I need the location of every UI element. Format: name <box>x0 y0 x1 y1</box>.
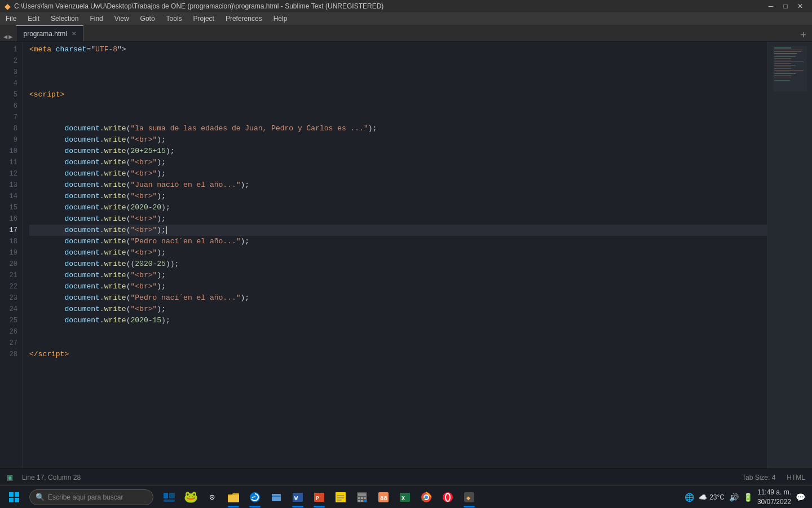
taskbar: 🔍 Escribe aquí para buscar 🐸 ⊙ <box>0 485 812 508</box>
system-clock[interactable]: 11:49 a. m. 30/07/2022 <box>757 488 791 507</box>
cortana-icon[interactable]: ⊙ <box>202 487 222 507</box>
tab-nav-arrows[interactable]: ◀ ▶ <box>0 33 16 41</box>
line-num-28: 28 <box>0 349 17 360</box>
line-num-27: 27 <box>0 338 17 349</box>
line-num-26: 26 <box>0 326 17 338</box>
file-explorer-icon[interactable] <box>223 487 244 507</box>
notes-icon[interactable] <box>330 487 351 507</box>
taskbar-search[interactable]: 🔍 Escribe aquí para buscar <box>29 489 153 505</box>
code-line-21: document.write("<br>"); <box>29 270 767 281</box>
tab-next-arrow[interactable]: ▶ <box>8 33 12 41</box>
network-icon[interactable]: 🌐 <box>685 493 694 502</box>
menu-selection[interactable]: Selection <box>45 12 84 25</box>
svg-text:88: 88 <box>380 495 388 502</box>
code-line-5: <script> <box>29 89 767 100</box>
svg-rect-41 <box>361 497 363 499</box>
menu-goto[interactable]: Goto <box>135 12 161 25</box>
code-line-22: document.write("<br>"); <box>29 281 767 292</box>
code-line-3 <box>29 67 767 78</box>
code-line-27 <box>29 338 767 349</box>
word-icon[interactable]: W <box>288 487 308 507</box>
edge-icon[interactable] <box>245 487 265 507</box>
taskbar-right: 🌐 ☁️ 23°C 🔊 🔋 11:49 a. m. 30/07/2022 💬 <box>685 488 810 507</box>
line-num-21: 21 <box>0 270 17 281</box>
opera-icon[interactable] <box>438 487 458 507</box>
syntax-label[interactable]: HTML <box>787 474 805 481</box>
menu-file[interactable]: File <box>0 12 22 25</box>
svg-rect-12 <box>774 68 791 69</box>
code-editor[interactable]: <meta charset="UTF-8"> <script> document… <box>23 42 767 468</box>
volume-icon[interactable]: 🔊 <box>729 493 739 502</box>
menu-tools[interactable]: Tools <box>161 12 188 25</box>
tab-programa-html[interactable]: programa.html ✕ <box>16 25 83 41</box>
code-line-11: document.write("<br>"); <box>29 157 767 168</box>
code-line-25: document.write(2020-15); <box>29 315 767 326</box>
code-line-15: document.write(2020-20); <box>29 202 767 213</box>
line-num-23: 23 <box>0 292 17 304</box>
calculator-icon[interactable] <box>352 487 372 507</box>
svg-rect-8 <box>774 62 804 62</box>
code-line-7 <box>29 112 767 123</box>
menu-view[interactable]: View <box>109 12 135 25</box>
line-numbers: 1 2 3 4 5 6 7 8 9 10 11 12 13 14 15 16 1… <box>0 42 23 468</box>
svg-rect-29 <box>272 496 281 497</box>
tab-bar: ◀ ▶ programa.html ✕ + <box>0 25 812 42</box>
start-button[interactable] <box>2 487 26 507</box>
line-num-2: 2 <box>0 55 17 67</box>
tab-close-button[interactable]: ✕ <box>72 30 76 37</box>
line-num-13: 13 <box>0 179 17 191</box>
svg-text:◆: ◆ <box>466 494 471 502</box>
menu-preferences[interactable]: Preferences <box>220 12 268 25</box>
code-line-19: document.write("<br>"); <box>29 247 767 259</box>
code-line-10: document.write(20+25+15); <box>29 146 767 157</box>
svg-rect-42 <box>364 497 366 499</box>
frog-icon[interactable]: 🐸 <box>180 487 201 507</box>
code-line-17: document.write("<br>"); <box>29 225 767 236</box>
excel-icon[interactable]: X <box>395 487 415 507</box>
svg-rect-2 <box>774 51 801 52</box>
svg-rect-26 <box>228 494 239 502</box>
code-line-23: document.write("Pedro nací´en el año..."… <box>29 292 767 304</box>
search-placeholder: Escribe aquí para buscar <box>48 493 123 501</box>
minimize-button[interactable]: ─ <box>764 0 778 12</box>
svg-rect-45 <box>364 500 366 502</box>
minimap <box>767 42 812 468</box>
title-bar-controls: ─ □ ✕ <box>764 0 807 12</box>
menu-help[interactable]: Help <box>268 12 293 25</box>
status-indicator: ▣ <box>7 474 13 481</box>
code-line-13: document.write("Juan nació en el año..."… <box>29 179 767 191</box>
date-display: 30/07/2022 <box>757 497 791 507</box>
line-num-20: 20 <box>0 259 17 270</box>
menu-edit[interactable]: Edit <box>22 12 45 25</box>
reminder-icon[interactable]: 88 <box>373 487 394 507</box>
notification-icon[interactable]: 💬 <box>796 493 805 502</box>
menu-project[interactable]: Project <box>188 12 220 25</box>
taskview-button[interactable] <box>159 487 179 507</box>
editor: 1 2 3 4 5 6 7 8 9 10 11 12 13 14 15 16 1… <box>0 42 812 468</box>
files-icon[interactable] <box>266 487 286 507</box>
svg-rect-3 <box>774 53 797 54</box>
svg-rect-44 <box>361 500 363 502</box>
powerpoint-icon[interactable]: P <box>309 487 329 507</box>
close-button[interactable]: ✕ <box>793 0 807 12</box>
status-bar: ▣ Line 17, Column 28 Tab Size: 4 HTML <box>0 468 812 485</box>
new-tab-button[interactable]: + <box>795 30 812 41</box>
svg-rect-13 <box>774 70 804 71</box>
tab-size-label[interactable]: Tab Size: 4 <box>742 474 775 481</box>
chrome-icon[interactable] <box>416 487 436 507</box>
sublime-taskbar-icon[interactable]: ◆ <box>459 487 479 507</box>
code-line-8: document.write("la suma de las edades de… <box>29 123 767 134</box>
title-bar: ◆ C:\Users\fam Valenzuela UwU\Desktop\Tr… <box>0 0 812 12</box>
code-line-16: document.write("<br>"); <box>29 213 767 225</box>
line-num-14: 14 <box>0 191 17 202</box>
code-line-18: document.write("Pedro nací´en el año..."… <box>29 236 767 247</box>
svg-rect-39 <box>358 493 366 496</box>
line-num-12: 12 <box>0 168 17 179</box>
code-line-1: <meta charset="UTF-8"> <box>29 44 767 55</box>
line-num-4: 4 <box>0 78 17 89</box>
menu-find[interactable]: Find <box>84 12 108 25</box>
cursor-position[interactable]: Line 17, Column 28 <box>22 474 81 481</box>
tab-prev-arrow[interactable]: ◀ <box>3 33 7 41</box>
maximize-button[interactable]: □ <box>778 0 793 12</box>
weather-icon: ☁️ <box>699 493 707 501</box>
